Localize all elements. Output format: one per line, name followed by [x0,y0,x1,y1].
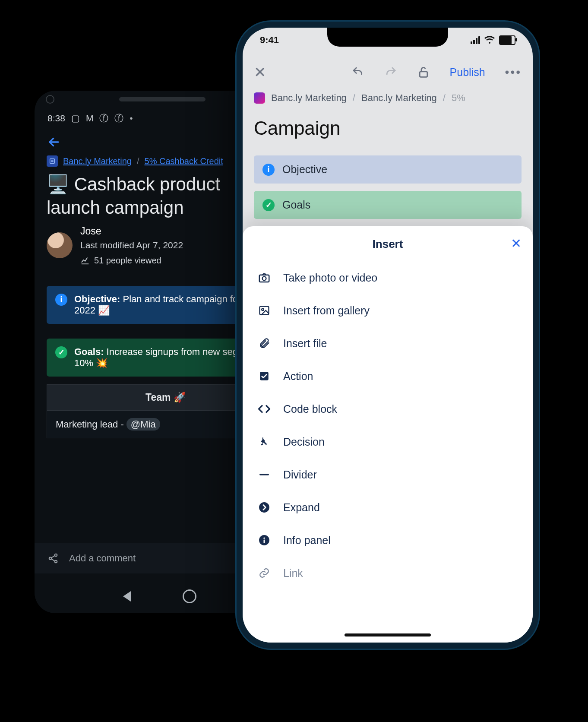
space-icon [47,155,58,167]
image-icon: ▢ [71,113,80,124]
wifi-icon [484,36,495,44]
row-label: Decision [283,436,325,448]
insert-option-expand[interactable]: Expand [243,491,533,524]
insert-option-info-panel[interactable]: Info panel [243,524,533,557]
comment-placeholder: Add a comment [69,553,136,564]
breadcrumb-page-link[interactable]: 5% Cashback Credit [145,156,223,166]
sheet-close-icon[interactable]: ✕ [511,236,522,251]
breadcrumb-separator: / [443,92,446,104]
redo-icon[interactable] [384,66,397,79]
analytics-icon [80,256,90,265]
insert-options-list: Take photo or video Insert from gallery … [243,260,533,589]
code-icon [257,402,271,416]
camera-icon [257,271,271,285]
undo-icon[interactable] [351,66,364,79]
restrictions-unlock-icon[interactable] [417,66,430,79]
decision-fork-icon [257,435,271,449]
row-role-text: Marketing lead - [56,419,126,430]
breadcrumb-separator: / [137,156,139,166]
gmail-icon: M [86,113,94,124]
svg-point-11 [259,502,269,513]
ios-home-indicator[interactable] [345,633,431,636]
svg-point-7 [262,277,266,281]
android-home-button[interactable] [183,589,196,603]
insert-option-file[interactable]: Insert file [243,327,533,360]
sheet-title-text: Insert [373,238,403,250]
row-label: Info panel [283,534,331,547]
divider-line-icon [257,468,271,481]
insert-option-decision[interactable]: Decision [243,425,533,458]
info-icon: i [55,294,67,306]
facebook-icon: ⓕ [99,112,108,124]
panel-label: Objective [282,163,327,176]
more-notifications-icon: • [130,114,133,124]
title-text: Cashback product launch campaign [47,174,220,218]
breadcrumb-separator: / [353,92,355,104]
messenger-icon: ⓕ [114,112,123,124]
svg-rect-8 [260,307,269,315]
close-editor-icon[interactable]: ✕ [254,65,266,79]
objective-label: Objective: [74,294,120,304]
svg-rect-14 [263,539,265,543]
breadcrumb-item[interactable]: Banc.ly Marketing [271,92,347,104]
editor-breadcrumb: Banc.ly Marketing / Banc.ly Marketing / … [243,92,533,104]
android-speaker-grill [119,97,205,101]
author-name: Jose [80,224,183,239]
row-label: Code block [283,403,337,415]
breadcrumb-space-link[interactable]: Banc.ly Marketing [63,156,132,166]
svg-point-13 [263,537,265,538]
success-check-icon: ✓ [55,346,67,358]
viewed-count-text: 51 people viewed [94,254,161,267]
expand-chevron-icon [257,500,271,514]
more-actions-icon[interactable]: ••• [505,65,522,79]
mention-chip[interactable]: @Mia [126,418,160,431]
share-icon[interactable] [47,553,59,564]
image-icon [257,304,271,317]
editor-goals-panel[interactable]: ✓ Goals [254,191,522,219]
panel-label: Goals [282,199,310,211]
insert-option-gallery[interactable]: Insert from gallery [243,294,533,327]
success-check-icon: ✓ [262,199,275,211]
editor-page-title[interactable]: Campaign [254,117,341,139]
svg-point-9 [262,308,264,310]
insert-option-photo[interactable]: Take photo or video [243,261,533,294]
space-logo-icon [254,92,265,104]
sheet-title: Insert ✕ [243,226,533,260]
checkbox-icon [257,369,271,383]
row-label: Insert file [283,337,327,350]
svg-rect-5 [420,72,427,77]
editor-objective-panel[interactable]: i Objective [254,155,522,184]
title-emoji: 🖥️ [47,174,69,194]
publish-button[interactable]: Publish [450,66,485,79]
insert-option-divider[interactable]: Divider [243,458,533,491]
android-status-time: 8:38 [47,113,65,124]
row-label: Take photo or video [283,272,377,284]
breadcrumb-item[interactable]: Banc.ly Marketing [361,92,437,104]
insert-option-action[interactable]: Action [243,360,533,393]
svg-rect-6 [259,275,269,282]
author-avatar[interactable] [47,232,73,258]
breadcrumb-item[interactable]: 5% [452,92,465,104]
editor-toolbar: ✕ Publish ••• [243,56,533,88]
row-label: Insert from gallery [283,304,370,317]
android-back-button[interactable] [123,591,131,602]
insert-option-link[interactable]: Link [243,557,533,589]
insert-option-code[interactable]: Code block [243,393,533,425]
row-label: Divider [283,469,317,481]
android-front-camera [46,95,54,104]
link-icon [257,566,271,580]
info-circle-icon [257,533,271,547]
back-arrow-icon[interactable] [47,135,61,149]
cellular-signal-icon [471,36,480,44]
goals-label: Goals: [74,346,104,357]
ios-status-time: 9:41 [260,35,279,46]
row-label: Expand [283,501,320,514]
insert-bottom-sheet: Insert ✕ Take photo or video In [243,226,533,643]
iphone-frame: 9:41 ✕ [237,22,539,649]
battery-icon [499,35,515,45]
row-label: Action [283,370,313,383]
last-modified-text: Last modified Apr 7, 2022 [80,238,183,252]
iphone-notch [327,28,448,47]
attachment-icon [257,336,271,350]
info-icon: i [262,164,275,176]
